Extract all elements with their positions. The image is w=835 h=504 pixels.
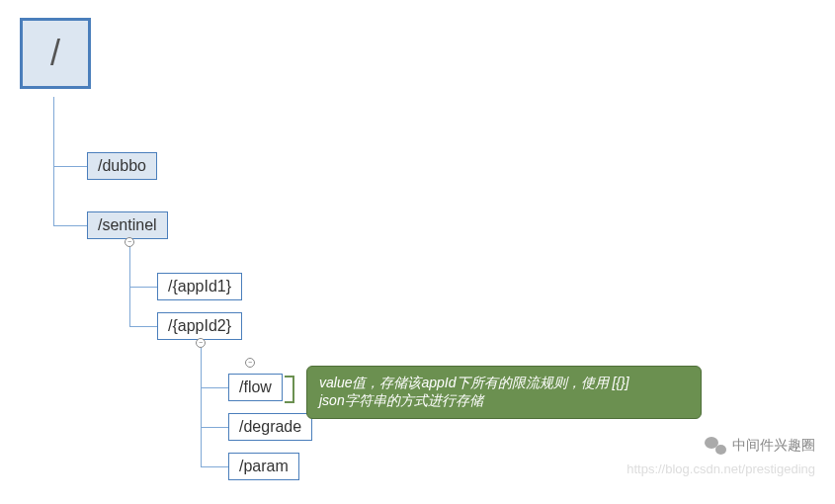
toggle-icon[interactable]: −	[196, 338, 206, 348]
node-dubbo: /dubbo	[87, 152, 157, 180]
connector	[201, 387, 228, 388]
toggle-icon[interactable]: −	[245, 358, 255, 368]
wechat-icon	[705, 437, 726, 455]
node-root: /	[20, 18, 91, 89]
tooltip-line2: json字符串的方式进行存储	[319, 392, 689, 410]
tooltip-flow-value: value值，存储该appId下所有的限流规则，使用 [{}] json字符串的…	[306, 366, 702, 419]
connector	[53, 166, 87, 167]
connector	[129, 287, 157, 288]
watermark-wechat: 中间件兴趣圈	[705, 437, 815, 455]
watermark-url: https://blog.csdn.net/prestigeding	[626, 462, 815, 476]
connector	[201, 466, 228, 467]
node-appid1: /{appId1}	[157, 273, 242, 300]
toggle-icon[interactable]: −	[125, 237, 134, 247]
node-sentinel: /sentinel	[87, 211, 168, 239]
node-flow: /flow	[228, 374, 283, 401]
connector	[129, 326, 157, 327]
node-appid2: /{appId2}	[157, 312, 242, 340]
watermark-wechat-text: 中间件兴趣圈	[732, 437, 815, 455]
connector	[53, 225, 87, 226]
tooltip-line1: value值，存储该appId下所有的限流规则，使用 [{}]	[319, 375, 689, 392]
connector	[53, 97, 54, 225]
node-param: /param	[228, 453, 299, 480]
connector	[201, 348, 202, 466]
node-degrade: /degrade	[228, 413, 312, 441]
connector	[201, 427, 228, 428]
bracket-icon	[285, 376, 294, 403]
